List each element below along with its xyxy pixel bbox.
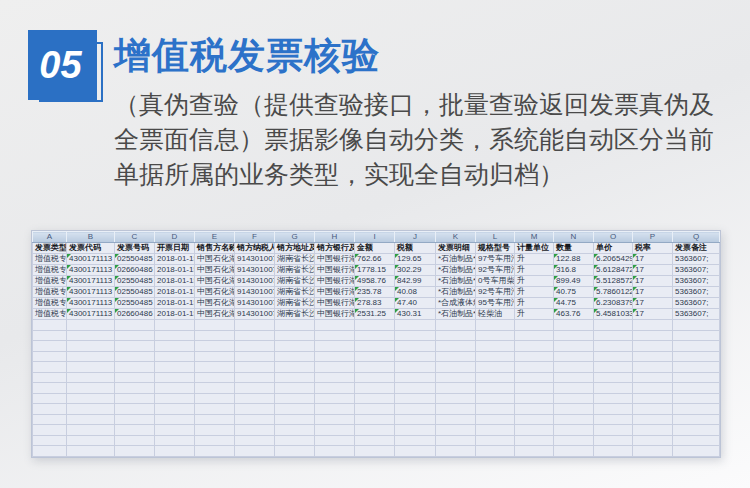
- cell-A9: [33, 330, 67, 341]
- flag-triangle-icon: [633, 265, 637, 269]
- flag-triangle-icon: [395, 265, 399, 269]
- cell-J7: 430.31: [395, 309, 436, 320]
- cell-C18: [115, 425, 155, 436]
- cell-B5: 4300171113: [67, 287, 115, 298]
- cell-L17: [476, 414, 515, 425]
- cell-C4: 02550485: [115, 276, 155, 287]
- cell-M8: [515, 320, 554, 331]
- cell-L18: [476, 425, 515, 436]
- cell-N12: [554, 362, 594, 373]
- cell-P12: [633, 362, 673, 373]
- flag-triangle-icon: [355, 265, 359, 269]
- cell-K12: [436, 362, 476, 373]
- column-letter-E: E: [195, 232, 235, 243]
- cell-E20: [195, 446, 235, 457]
- cell-L10: [476, 341, 515, 352]
- cell-D20: [155, 446, 195, 457]
- sheet-empty-row: [33, 404, 720, 415]
- cell-A3: 增值税专用: [33, 265, 67, 276]
- column-letter-N: N: [554, 232, 594, 243]
- sheet-data-row: 增值税专用4300171113025504852018-01-15中国石化湖91…: [33, 287, 720, 298]
- header-cell-P: 税率: [633, 243, 673, 254]
- cell-H15: [315, 393, 355, 404]
- flag-triangle-icon: [115, 298, 119, 302]
- cell-H4: 中国银行湖: [315, 276, 355, 287]
- header-cell-A: 发票类型: [33, 243, 67, 254]
- cell-O19: [594, 435, 633, 446]
- page-title: 增值税发票核验: [114, 31, 380, 81]
- cell-H10: [315, 341, 355, 352]
- cell-D3: 2018-01-15: [155, 265, 195, 276]
- flag-triangle-icon: [115, 309, 119, 313]
- cell-H2: 中国银行湖: [315, 254, 355, 265]
- cell-D2: 2018-01-15: [155, 254, 195, 265]
- cell-C20: [115, 446, 155, 457]
- cell-J17: [395, 414, 436, 425]
- cell-F17: [235, 414, 275, 425]
- flag-triangle-icon: [554, 309, 558, 313]
- column-letter-O: O: [594, 232, 633, 243]
- cell-G12: [275, 362, 315, 373]
- slide-background: 05 增值税发票核验 （真伪查验（提供查验接口，批量查验返回发票真伪及 全票面信…: [0, 0, 750, 488]
- badge-number: 05: [28, 30, 97, 100]
- flag-triangle-icon: [67, 309, 71, 313]
- flag-triangle-icon: [554, 254, 558, 258]
- cell-D9: [155, 330, 195, 341]
- cell-C13: [115, 372, 155, 383]
- cell-N9: [554, 330, 594, 341]
- cell-F14: [235, 383, 275, 394]
- cell-C19: [115, 435, 155, 446]
- cell-C8: [115, 320, 155, 331]
- sheet-empty-row: [33, 341, 720, 352]
- cell-F12: [235, 362, 275, 373]
- sheet-empty-row: [33, 435, 720, 446]
- cell-I4: 4958.76: [355, 276, 395, 287]
- flag-triangle-icon: [115, 287, 119, 291]
- cell-O8: [594, 320, 633, 331]
- flag-triangle-icon: [355, 298, 359, 302]
- cell-P9: [633, 330, 673, 341]
- cell-D6: 2018-01-15: [155, 298, 195, 309]
- cell-J8: [395, 320, 436, 331]
- flag-triangle-icon: [395, 254, 399, 258]
- cell-E2: 中国石化湖: [195, 254, 235, 265]
- cell-B18: [67, 425, 115, 436]
- cell-A8: [33, 320, 67, 331]
- header-cell-G: 销方地址及: [275, 243, 315, 254]
- cell-N5: 40.75: [554, 287, 594, 298]
- cell-D8: [155, 320, 195, 331]
- cell-N4: 899.49: [554, 276, 594, 287]
- cell-P19: [633, 435, 673, 446]
- cell-P15: [633, 393, 673, 404]
- cell-A11: [33, 351, 67, 362]
- sheet-data-row: 增值税专用4300171113025504852018-01-15中国石化湖91…: [33, 298, 720, 309]
- flag-triangle-icon: [355, 309, 359, 313]
- cell-K16: [436, 404, 476, 415]
- cell-O11: [594, 351, 633, 362]
- cell-G4: 湖南省长沙: [275, 276, 315, 287]
- header-cell-N: 数量: [554, 243, 594, 254]
- cell-M6: 升: [515, 298, 554, 309]
- cell-P11: [633, 351, 673, 362]
- sheet-empty-row: [33, 414, 720, 425]
- cell-J14: [395, 383, 436, 394]
- cell-I20: [355, 446, 395, 457]
- cell-E17: [195, 414, 235, 425]
- cell-C6: 02550485: [115, 298, 155, 309]
- cell-N7: 463.76: [554, 309, 594, 320]
- cell-J12: [395, 362, 436, 373]
- header-cell-F: 销方纳税人: [235, 243, 275, 254]
- cell-C9: [115, 330, 155, 341]
- cell-C12: [115, 362, 155, 373]
- cell-P4: 17: [633, 276, 673, 287]
- cell-G19: [275, 435, 315, 446]
- cell-O2: 6.20654296: [594, 254, 633, 265]
- cell-F4: 914301007: [235, 276, 275, 287]
- cell-H8: [315, 320, 355, 331]
- cell-Q6: 5363607;: [673, 298, 720, 309]
- cell-N6: 44.75: [554, 298, 594, 309]
- cell-K14: [436, 383, 476, 394]
- cell-G15: [275, 393, 315, 404]
- cell-D18: [155, 425, 195, 436]
- cell-K11: [436, 351, 476, 362]
